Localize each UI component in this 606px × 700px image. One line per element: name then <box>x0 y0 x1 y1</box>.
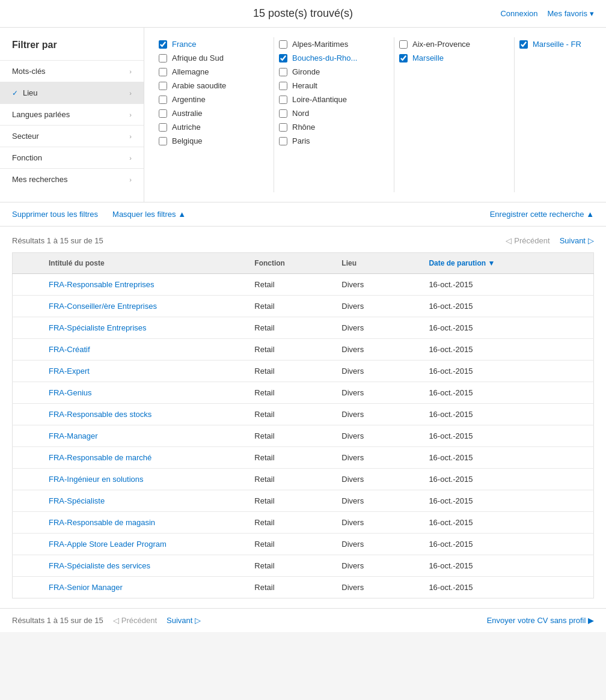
td-fonction: Retail <box>245 577 332 598</box>
filter-item-marseille[interactable]: Marseille <box>399 51 509 65</box>
filter-item-nord[interactable]: Nord <box>279 106 389 120</box>
job-title-link[interactable]: FRA-Spécialiste <box>49 496 105 505</box>
filter-item-afrique[interactable]: Afrique du Sud <box>159 51 269 65</box>
job-title-link[interactable]: FRA-Genius <box>49 388 92 397</box>
checkbox-bouches[interactable] <box>279 54 287 62</box>
save-search-link[interactable]: Enregistrer cette recherche ▲ <box>490 210 594 219</box>
checkbox-paris[interactable] <box>279 137 287 145</box>
header-actions: Connexion Mes favoris ▾ <box>500 9 594 18</box>
hide-filters-link[interactable]: Masquer les filtres ▲ <box>112 210 186 219</box>
job-title-link[interactable]: FRA-Spécialiste des services <box>49 561 150 570</box>
td-fonction: Retail <box>245 425 332 447</box>
filter-scroll-1[interactable]: France Afrique du Sud Allemagne Arabie s… <box>159 37 269 148</box>
td-lieu: Divers <box>332 447 419 469</box>
td-title: FRA-Senior Manager <box>13 577 245 598</box>
filter-item-herault[interactable]: Herault <box>279 79 389 93</box>
next-button-bottom[interactable]: Suivant ▷ <box>167 616 201 625</box>
filter-item-alpes[interactable]: Alpes-Maritimes <box>279 37 389 51</box>
td-title: FRA-Ingénieur en solutions <box>13 469 245 490</box>
job-title-link[interactable]: FRA-Responsable Entreprises <box>49 280 155 289</box>
filter-label: Belgique <box>172 136 203 145</box>
filter-item-gironde[interactable]: Gironde <box>279 65 389 79</box>
job-title-link[interactable]: FRA-Responsable de marché <box>49 453 152 462</box>
sidebar-item-motscles[interactable]: Mots-clés › <box>0 60 144 82</box>
sidebar-item-recherches[interactable]: Mes recherches › <box>0 168 144 190</box>
filter-label: Afrique du Sud <box>172 53 224 62</box>
filter-item-arabie[interactable]: Arabie saoudite <box>159 79 269 93</box>
checkbox-france[interactable] <box>159 40 167 49</box>
chevron-right-icon: › <box>129 90 132 97</box>
filter-col-specific: Marseille - FR <box>515 37 606 192</box>
job-title-link[interactable]: FRA-Expert <box>49 367 90 376</box>
filter-item-france[interactable]: France <box>159 37 269 51</box>
chevron-right-icon: › <box>129 68 132 75</box>
chevron-right-icon: › <box>129 154 132 162</box>
filter-item-australie[interactable]: Australie <box>159 106 269 120</box>
job-title-link[interactable]: FRA-Manager <box>49 431 98 440</box>
checkbox-autriche[interactable] <box>159 123 167 132</box>
checkbox-nord[interactable] <box>279 109 287 118</box>
filter-item-aix[interactable]: Aix-en-Provence <box>399 37 509 51</box>
filter-item-allemagne[interactable]: Allemagne <box>159 65 269 79</box>
sidebar-item-label: Lieu <box>23 88 38 97</box>
job-title-link[interactable]: FRA-Senior Manager <box>49 583 123 592</box>
remove-all-link[interactable]: Supprimer tous les filtres <box>12 210 98 219</box>
checkbox-gironde[interactable] <box>279 68 287 76</box>
filter-item-autriche[interactable]: Autriche <box>159 120 269 134</box>
table-row: FRA-Genius Retail Divers 16-oct.-2015 <box>13 382 594 404</box>
results-title: 15 poste(s) trouvé(s) <box>253 7 353 20</box>
td-lieu: Divers <box>332 512 419 534</box>
filter-item-paris[interactable]: Paris <box>279 134 389 148</box>
filter-item-bouches[interactable]: Bouches-du-Rho... <box>279 51 389 65</box>
td-fonction: Retail <box>245 490 332 512</box>
job-title-link[interactable]: FRA-Apple Store Leader Program <box>49 540 167 549</box>
checkbox-allemagne[interactable] <box>159 68 167 76</box>
checkbox-rhone[interactable] <box>279 123 287 132</box>
job-title-link[interactable]: FRA-Conseiller/ère Entreprises <box>49 302 157 311</box>
checkbox-marseille[interactable] <box>399 54 408 62</box>
td-lieu: Divers <box>332 339 419 361</box>
table-row: FRA-Conseiller/ère Entreprises Retail Di… <box>13 296 594 317</box>
favoris-button[interactable]: Mes favoris ▾ <box>548 9 594 18</box>
sidebar-item-langues[interactable]: Langues parlées › <box>0 103 144 125</box>
filter-item-belgique[interactable]: Belgique <box>159 134 269 148</box>
filter-item-marseille-fr[interactable]: Marseille - FR <box>519 37 606 51</box>
col-header-date[interactable]: Date de parution ▼ <box>419 253 593 274</box>
filter-item-argentine[interactable]: Argentine <box>159 93 269 106</box>
checkbox-marseille-fr[interactable] <box>519 40 528 49</box>
checkbox-belgique[interactable] <box>159 137 167 145</box>
td-fonction: Retail <box>245 361 332 382</box>
td-lieu: Divers <box>332 577 419 598</box>
checkbox-loire[interactable] <box>279 96 287 104</box>
filter-scroll-2[interactable]: Alpes-Maritimes Bouches-du-Rho... Girond… <box>279 37 389 148</box>
job-title-link[interactable]: FRA-Responsable de magasin <box>49 518 155 527</box>
job-title-link[interactable]: FRA-Spécialiste Entreprises <box>49 323 147 332</box>
checkbox-herault[interactable] <box>279 82 287 90</box>
table-row: FRA-Responsable de magasin Retail Divers… <box>13 512 594 534</box>
checkbox-aix[interactable] <box>399 40 408 49</box>
checkbox-alpes[interactable] <box>279 40 287 49</box>
checkbox-afrique[interactable] <box>159 54 167 62</box>
filter-item-rhone[interactable]: Rhône <box>279 120 389 134</box>
filter-scroll-4[interactable]: Marseille - FR <box>519 37 606 51</box>
filter-label: Argentine <box>172 95 206 104</box>
send-cv-link[interactable]: Envoyer votre CV sans profil ▶ <box>487 616 594 625</box>
job-title-link[interactable]: FRA-Responsable des stocks <box>49 410 152 419</box>
connexion-link[interactable]: Connexion <box>500 9 537 18</box>
checkbox-australie[interactable] <box>159 109 167 118</box>
filter-actions-left: Supprimer tous les filtres Masquer les f… <box>12 210 186 219</box>
td-title: FRA-Spécialiste Entreprises <box>13 317 245 339</box>
sidebar-item-lieu[interactable]: ✓ Lieu › <box>0 82 144 103</box>
td-date: 16-oct.-2015 <box>419 404 593 425</box>
job-title-link[interactable]: FRA-Créatif <box>49 345 90 354</box>
td-lieu: Divers <box>332 296 419 317</box>
checkbox-arabie[interactable] <box>159 82 167 90</box>
check-icon: ✓ <box>12 89 18 97</box>
next-button-top[interactable]: Suivant ▷ <box>560 236 594 245</box>
job-title-link[interactable]: FRA-Ingénieur en solutions <box>49 475 144 484</box>
sidebar-item-secteur[interactable]: Secteur › <box>0 125 144 147</box>
sidebar-item-fonction[interactable]: Fonction › <box>0 147 144 168</box>
checkbox-argentine[interactable] <box>159 96 167 104</box>
filter-scroll-3[interactable]: Aix-en-Provence Marseille <box>399 37 509 65</box>
filter-item-loire[interactable]: Loire-Atlantique <box>279 93 389 106</box>
